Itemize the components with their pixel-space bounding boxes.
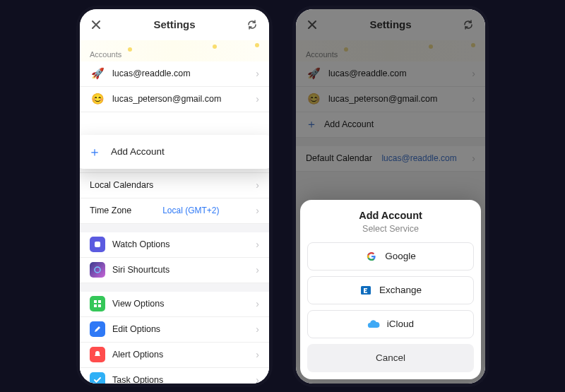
add-account-card[interactable]: ＋ Add Account <box>80 135 269 169</box>
row-label: Time Zone <box>90 206 131 215</box>
service-label: Exchange <box>379 285 422 295</box>
task-options-row[interactable]: Task Options › <box>80 368 269 384</box>
grid-icon <box>90 296 105 311</box>
edit-options-row[interactable]: Edit Options › <box>80 317 269 343</box>
phone-settings-right: Settings Accounts 🚀 lucas@readdle.com › … <box>296 9 485 384</box>
chevron-right-icon: › <box>256 264 259 275</box>
chevron-right-icon: › <box>256 93 259 105</box>
plus-icon: ＋ <box>88 143 101 160</box>
account-row[interactable]: 😊 lucas_peterson@gmail.com › <box>80 87 269 112</box>
google-icon <box>365 250 378 263</box>
row-label: Alert Options <box>112 350 163 360</box>
chevron-right-icon: › <box>256 68 259 79</box>
row-label: Watch Options <box>112 239 170 249</box>
account-email: lucas_peterson@gmail.com <box>112 94 221 104</box>
svg-rect-2 <box>94 300 97 303</box>
accounts-section-header: Accounts <box>80 40 269 61</box>
svg-rect-5 <box>98 304 101 307</box>
accounts-label: Accounts <box>90 50 121 59</box>
siri-icon <box>90 262 105 278</box>
add-account-label: Add Account <box>111 146 165 157</box>
watch-options-row[interactable]: Watch Options › <box>80 232 269 258</box>
settings-scroll: Accounts 🚀 lucas@readdle.com › 😊 lucas_p… <box>80 40 269 384</box>
service-google[interactable]: Google <box>307 242 474 271</box>
row-value: Local (GMT+2) <box>162 206 219 215</box>
view-options-row[interactable]: View Options › <box>80 292 269 317</box>
rocket-icon: 🚀 <box>90 66 105 81</box>
account-row[interactable]: 🚀 lucas@readdle.com › <box>80 61 269 87</box>
row-label: Siri Shourtcuts <box>112 265 170 275</box>
chevron-right-icon: › <box>256 374 259 384</box>
service-label: Google <box>385 251 416 261</box>
cancel-button[interactable]: Cancel <box>307 344 474 372</box>
add-account-sheet: Add Account Select Service Google Exchan… <box>300 200 481 379</box>
watch-icon <box>90 237 105 252</box>
alert-options-row[interactable]: Alert Options › <box>80 343 269 368</box>
icloud-icon <box>367 318 380 331</box>
row-label: Task Options <box>112 375 163 384</box>
svg-rect-3 <box>98 300 101 303</box>
service-icloud[interactable]: iCloud <box>307 310 474 338</box>
siri-shortcuts-row[interactable]: Siri Shourtcuts › <box>80 258 269 283</box>
smile-icon: 😊 <box>90 91 105 107</box>
chevron-right-icon: › <box>256 323 259 335</box>
check-icon <box>90 372 105 384</box>
sheet-title: Add Account <box>307 210 474 221</box>
exchange-icon <box>359 284 372 297</box>
service-exchange[interactable]: Exchange <box>307 276 474 304</box>
close-icon[interactable] <box>91 20 101 30</box>
page-title: Settings <box>80 18 269 30</box>
pencil-icon <box>90 321 105 337</box>
refresh-icon[interactable] <box>246 19 258 30</box>
bell-icon <box>90 347 105 362</box>
time-zone-row[interactable]: Time Zone Local (GMT+2) › <box>80 198 269 224</box>
chevron-right-icon: › <box>256 205 259 216</box>
svg-rect-0 <box>95 242 100 247</box>
row-label: Local Calendars <box>90 180 153 190</box>
chevron-right-icon: › <box>256 349 259 360</box>
sheet-subtitle: Select Service <box>307 224 474 234</box>
account-email: lucas@readdle.com <box>112 69 191 78</box>
local-calendars-row[interactable]: Local Calendars › <box>80 173 269 198</box>
svg-point-1 <box>95 267 100 273</box>
row-label: Edit Options <box>112 324 160 334</box>
header: Settings <box>80 9 269 40</box>
chevron-right-icon: › <box>256 179 259 191</box>
chevron-right-icon: › <box>256 239 259 250</box>
chevron-right-icon: › <box>256 298 259 309</box>
cancel-label: Cancel <box>376 352 405 363</box>
row-label: View Options <box>112 299 164 309</box>
svg-rect-4 <box>94 304 97 307</box>
service-label: iCloud <box>387 319 414 329</box>
phone-settings-left: Settings Accounts 🚀 lucas@readdle.com › … <box>80 9 269 384</box>
